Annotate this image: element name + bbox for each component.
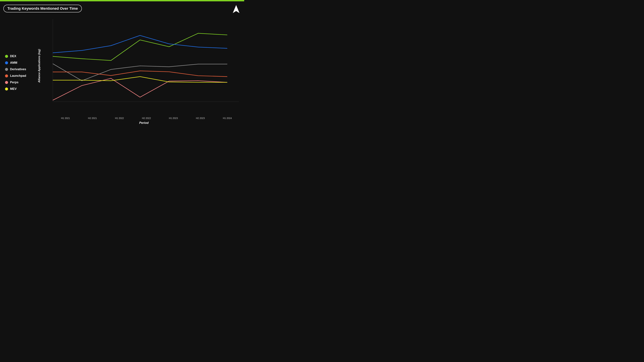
launchpad-line: [53, 71, 227, 77]
launchpad-dot: [5, 74, 8, 77]
perps-line: [53, 78, 227, 100]
dex-label: DEX: [10, 54, 16, 58]
amm-label: AMM: [10, 61, 17, 64]
x-label-h1-2021: H1 2021: [61, 117, 70, 119]
legend-item-derivatives: Derivatives: [5, 67, 37, 71]
legend: DEX AMM Derivatives Launchpad Perps MEV: [3, 16, 37, 129]
mev-label: MEV: [10, 87, 16, 91]
x-label-h1-2023: H1 2023: [169, 117, 178, 119]
x-label-h2-2022: H2 2022: [142, 117, 151, 119]
derivatives-label: Derivatives: [10, 67, 26, 71]
mev-line: [53, 77, 227, 82]
x-label-h2-2021: H2 2021: [88, 117, 97, 119]
svg-marker-0: [233, 5, 240, 13]
chart-wrapper: Alliance Applications (log): [47, 16, 241, 129]
chart-svg: [47, 16, 241, 116]
y-axis-label-container: Alliance Applications (log): [38, 16, 41, 116]
x-label-h1-2024: H1 2024: [223, 117, 232, 119]
title-box: Trading Keywords Mentioned Over Time: [3, 5, 82, 12]
chart-title: Trading Keywords Mentioned Over Time: [8, 6, 78, 10]
top-bar: [0, 0, 244, 1]
dex-line: [53, 33, 227, 60]
perps-dot: [5, 81, 8, 84]
legend-item-launchpad: Launchpad: [5, 74, 37, 78]
x-label-h1-2022: H1 2022: [115, 117, 124, 119]
x-axis-title: Period: [47, 121, 241, 125]
dex-dot: [5, 55, 8, 58]
arrow-logo-icon: [233, 5, 240, 13]
derivatives-dot: [5, 68, 8, 71]
legend-item-dex: DEX: [5, 54, 37, 58]
legend-item-mev: MEV: [5, 87, 37, 91]
y-axis-label: Alliance Applications (log): [38, 49, 41, 83]
perps-label: Perps: [10, 81, 18, 84]
main-container: Trading Keywords Mentioned Over Time DEX…: [0, 1, 244, 137]
legend-item-amm: AMM: [5, 61, 37, 64]
x-axis-labels: H1 2021 H2 2021 H1 2022 H2 2022 H1 2023 …: [47, 117, 241, 119]
amm-line: [53, 35, 227, 53]
x-label-h2-2023: H2 2023: [196, 117, 205, 119]
mev-dot: [5, 87, 8, 90]
legend-item-perps: Perps: [5, 81, 37, 84]
amm-dot: [5, 61, 8, 64]
launchpad-label: Launchpad: [10, 74, 26, 78]
chart-area: DEX AMM Derivatives Launchpad Perps MEV: [3, 16, 241, 129]
